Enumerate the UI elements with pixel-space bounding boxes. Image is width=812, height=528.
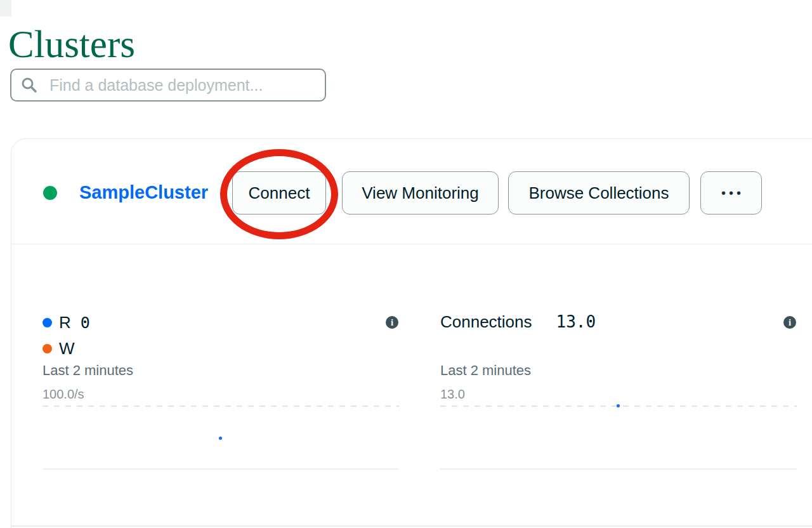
chart-data-point — [617, 404, 620, 407]
cluster-card: SampleCluster Connect View Monitoring Br… — [11, 138, 812, 528]
reads-series-value: 0 — [81, 314, 90, 332]
info-icon[interactable] — [386, 316, 398, 329]
chart-data-point — [219, 437, 222, 440]
time-window-label: Last 2 minutes — [440, 362, 531, 379]
writes-series-dot — [43, 344, 52, 353]
connections-title-row: Connections 13.0 — [440, 312, 596, 331]
search-input[interactable] — [48, 76, 316, 95]
legend-row-reads: R 0 — [43, 314, 90, 331]
chart-gridline — [43, 406, 399, 407]
search-icon — [20, 76, 38, 94]
time-window-label: Last 2 minutes — [43, 362, 133, 379]
y-axis-max-label: 13.0 — [440, 387, 465, 402]
page-title: Clusters — [8, 22, 135, 67]
cluster-card-header: SampleCluster Connect View Monitoring Br… — [11, 139, 812, 244]
browse-collections-button[interactable]: Browse Collections — [508, 171, 690, 214]
read-write-metric-panel: R 0 W Last 2 minutes 100.0/s — [43, 309, 399, 474]
chart-baseline — [440, 468, 797, 470]
reads-series-dot — [43, 318, 52, 327]
reads-series-label: R — [59, 313, 71, 333]
search-box[interactable] — [10, 69, 326, 102]
chart-baseline — [43, 468, 399, 470]
y-axis-max-label: 100.0/s — [43, 387, 84, 402]
cluster-status-dot — [43, 186, 57, 200]
view-monitoring-button[interactable]: View Monitoring — [342, 171, 499, 214]
connect-button[interactable]: Connect — [232, 171, 326, 214]
connections-metric-panel: Connections 13.0 Last 2 minutes 13.0 — [440, 309, 797, 474]
cluster-name-link[interactable]: SampleCluster — [79, 182, 208, 203]
connections-value: 13.0 — [556, 312, 596, 331]
writes-series-label: W — [59, 339, 75, 359]
info-icon[interactable] — [783, 316, 796, 329]
connections-title: Connections — [440, 312, 532, 332]
legend-row-writes: W — [43, 340, 84, 357]
more-options-button[interactable]: ••• — [700, 171, 762, 214]
page-corner-artifact — [0, 0, 11, 16]
next-section-divider — [11, 525, 812, 527]
